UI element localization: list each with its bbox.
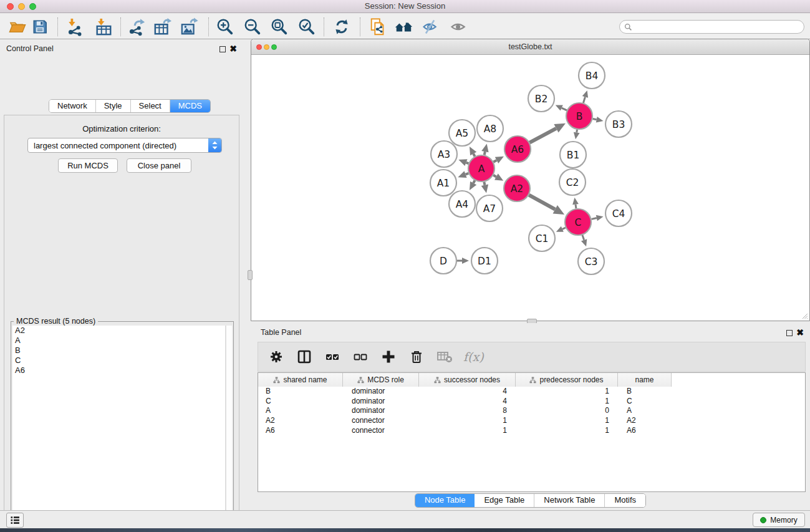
resize-grip-icon[interactable] <box>801 312 808 319</box>
column-header-shared-name[interactable]: shared name <box>258 373 343 387</box>
close-panel-icon[interactable]: ✖ <box>229 44 237 54</box>
close-table-panel-icon[interactable]: ✖ <box>796 327 804 337</box>
zoom-window-button[interactable] <box>29 3 36 10</box>
close-panel-button[interactable]: Close panel <box>127 158 191 173</box>
mcds-result-item[interactable]: A6 <box>12 365 225 375</box>
minimize-network-button[interactable] <box>264 44 269 50</box>
close-network-button[interactable] <box>256 44 262 50</box>
table-row[interactable]: Adominator80A <box>258 406 805 416</box>
edge-A2-C[interactable] <box>529 195 555 210</box>
table-cell[interactable]: dominator <box>343 397 419 407</box>
edge-A-A4[interactable] <box>473 180 475 183</box>
column-header-name[interactable]: name <box>618 373 672 387</box>
table-cell[interactable]: 1 <box>516 426 618 436</box>
edge-C-C2[interactable] <box>576 205 576 209</box>
table-cell[interactable]: A6 <box>618 426 672 436</box>
table-cell[interactable]: A <box>258 406 343 416</box>
tab-node-table[interactable]: Node Table <box>415 494 475 507</box>
table-cell[interactable]: C <box>258 397 343 407</box>
table-cell[interactable]: 4 <box>419 397 516 407</box>
zoom-in-button[interactable] <box>213 16 237 38</box>
table-cell[interactable]: A6 <box>258 426 343 436</box>
function-builder-button[interactable]: f(x) <box>463 350 484 364</box>
select-all-button[interactable] <box>323 347 342 366</box>
search-input[interactable] <box>632 22 804 31</box>
table-cell[interactable]: 1 <box>419 416 516 426</box>
deselect-all-button[interactable] <box>351 347 370 366</box>
table-row[interactable]: A6connector11A6 <box>258 426 805 436</box>
table-cell[interactable]: A2 <box>618 416 672 426</box>
table-cell[interactable]: 4 <box>419 387 516 397</box>
export-image-button[interactable] <box>178 16 201 38</box>
column-header-successor-nodes[interactable]: successor nodes <box>419 373 516 387</box>
save-session-button[interactable] <box>28 16 52 38</box>
table-row[interactable]: A2connector11A2 <box>258 416 805 426</box>
table-cell[interactable]: connector <box>343 416 419 426</box>
edge-C-C3[interactable] <box>582 235 584 240</box>
table-cell[interactable]: 1 <box>516 397 618 407</box>
mcds-list-scrollbar[interactable] <box>226 326 232 531</box>
network-graph[interactable]: B4B2BB3A8A5A6A3B1AA1C2A2A4A7C4CC1DD1C3 <box>252 56 809 321</box>
edge-A-A7[interactable] <box>484 182 485 185</box>
search-field[interactable] <box>619 20 804 34</box>
duplicate-network-button[interactable] <box>366 16 390 38</box>
edge-A-A2[interactable] <box>493 175 496 177</box>
float-table-panel-icon[interactable] <box>786 330 793 336</box>
destroy-table-button[interactable] <box>435 347 454 366</box>
import-table-button[interactable] <box>92 16 115 38</box>
column-header-predecessor-nodes[interactable]: predecessor nodes <box>516 373 618 387</box>
table-cell[interactable]: 1 <box>516 387 618 397</box>
edge-A6-B[interactable] <box>529 128 556 143</box>
table-cell[interactable]: connector <box>343 426 419 436</box>
edge-B-B3[interactable] <box>593 118 597 119</box>
table-cell[interactable]: A2 <box>258 416 343 426</box>
tab-style[interactable]: Style <box>96 100 131 112</box>
vertical-split-handle[interactable] <box>248 270 253 280</box>
edge-A-A6[interactable] <box>493 160 496 162</box>
close-window-button[interactable] <box>7 3 14 10</box>
mcds-result-list[interactable]: A2ABCA6 <box>12 326 226 531</box>
edge-B-B2[interactable] <box>562 108 567 110</box>
edge-B-B4[interactable] <box>583 97 585 103</box>
tab-network[interactable]: Network <box>49 100 96 112</box>
float-panel-icon[interactable] <box>219 46 226 52</box>
table-settings-button[interactable] <box>267 347 286 366</box>
table-cell[interactable]: C <box>618 397 672 407</box>
column-header-mcds-role[interactable]: MCDS role <box>343 373 419 387</box>
table-cell[interactable]: dominator <box>343 387 419 397</box>
tab-edge-table[interactable]: Edge Table <box>475 494 534 507</box>
tab-network-table[interactable]: Network Table <box>534 494 605 507</box>
edge-A-A3[interactable] <box>466 163 468 164</box>
home-button[interactable] <box>392 16 415 38</box>
hide-details-button[interactable] <box>418 16 442 38</box>
zoom-fit-button[interactable] <box>268 16 291 38</box>
zoom-out-button[interactable] <box>241 16 264 38</box>
table-cell[interactable]: 1 <box>516 416 618 426</box>
table-cell[interactable]: B <box>258 387 343 397</box>
open-session-button[interactable] <box>6 16 29 38</box>
show-details-button[interactable] <box>446 16 470 38</box>
edge-B-B1[interactable] <box>577 130 577 133</box>
show-columns-button[interactable] <box>295 347 314 366</box>
delete-column-button[interactable] <box>407 347 426 366</box>
refresh-button[interactable] <box>330 16 354 38</box>
table-cell[interactable]: dominator <box>343 406 419 416</box>
node-table[interactable]: shared nameMCDS rolesuccessor nodesprede… <box>258 372 806 492</box>
edge-C-C1[interactable] <box>562 228 566 229</box>
tab-mcds[interactable]: MCDS <box>170 100 210 112</box>
table-cell[interactable]: 0 <box>516 406 618 416</box>
minimize-window-button[interactable] <box>18 3 25 10</box>
edge-A-A8[interactable] <box>485 152 485 155</box>
zoom-selected-button[interactable] <box>295 16 319 38</box>
export-table-button[interactable] <box>151 16 175 38</box>
table-row[interactable]: Bdominator41B <box>258 387 805 397</box>
mcds-result-item[interactable]: B <box>12 346 225 355</box>
optimization-criterion-dropdown[interactable]: largest connected component (directed) <box>27 138 222 153</box>
edge-A-A1[interactable] <box>466 173 469 175</box>
table-cell[interactable]: 1 <box>419 426 516 436</box>
mcds-result-item[interactable]: A <box>12 336 225 346</box>
table-cell[interactable]: A <box>618 406 672 416</box>
tab-motifs[interactable]: Motifs <box>605 494 645 507</box>
memory-button[interactable]: Memory <box>753 513 805 527</box>
table-cell[interactable]: B <box>618 387 672 397</box>
